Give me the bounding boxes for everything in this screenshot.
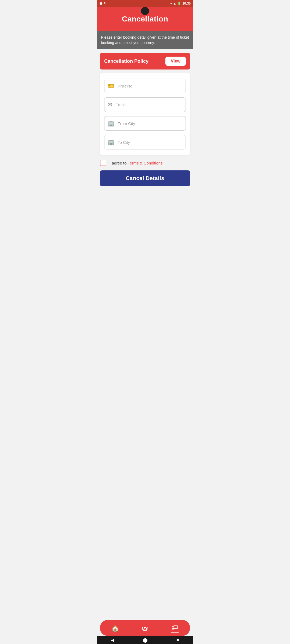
cancel-details-button[interactable]: Cancel Details [100, 170, 190, 186]
view-policy-button[interactable]: View [165, 57, 186, 66]
wifi-icon: ▾ [170, 2, 172, 5]
terms-link[interactable]: Terms & Conditions [128, 161, 163, 165]
terms-label: I agree to Terms & Conditions [110, 161, 163, 165]
camera-notch [141, 7, 149, 15]
pnr-input[interactable] [118, 84, 182, 88]
battery-icon: 🔋 [177, 2, 181, 5]
email-input[interactable] [115, 103, 182, 107]
sync-icon: ↻ [104, 2, 106, 5]
notification-text: Please enter booking detail given at the… [101, 35, 189, 45]
status-bar-left: ▣ ↻ [99, 2, 106, 5]
to-city-field-group: 🏢 [104, 135, 186, 149]
terms-checkbox[interactable] [100, 160, 106, 166]
agree-pre-text: I agree to [110, 161, 128, 165]
notification-bar: Please enter booking detail given at the… [97, 31, 193, 49]
pnr-field-group: 🎫 [104, 79, 186, 93]
policy-label: Cancellation Policy [104, 58, 148, 64]
email-field-group: ✉ [104, 97, 186, 112]
email-icon: ✉ [108, 101, 112, 108]
signal-icon: ▲ [173, 2, 176, 5]
status-bar: ▣ ↻ ▾ ▲ 🔋 10:35 [97, 0, 193, 7]
from-city-input[interactable] [118, 121, 182, 126]
terms-agreement-area: I agree to Terms & Conditions [100, 160, 190, 166]
to-city-input[interactable] [118, 140, 182, 145]
from-city-field-group: 🏢 [104, 116, 186, 131]
policy-bar: Cancellation Policy View [100, 53, 190, 69]
ticket-icon: 🎫 [108, 83, 114, 89]
status-bar-right: ▾ ▲ 🔋 10:35 [170, 2, 191, 5]
time-display: 10:35 [182, 2, 191, 5]
booking-form: 🎫 ✉ 🏢 🏢 [100, 73, 190, 155]
building-to-icon: 🏢 [108, 139, 114, 145]
building-from-icon: 🏢 [108, 120, 114, 127]
page-title: Cancellation [122, 15, 168, 23]
sim-icon: ▣ [99, 2, 102, 5]
